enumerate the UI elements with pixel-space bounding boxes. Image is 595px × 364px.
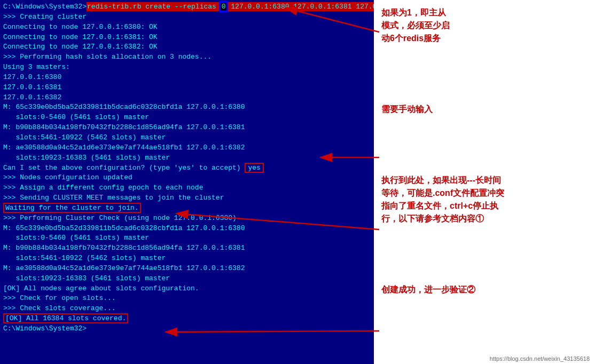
n2s-line: slots:5461-10922 (5462 slots) master	[3, 254, 371, 264]
m2-line: 127.0.0.1:6381	[3, 83, 371, 93]
n1s-line: slots:0-5460 (5461 slots) master	[3, 233, 371, 243]
conn1-line: Connecting to node 127.0.0.1:6380: OK	[3, 22, 371, 33]
n1-line: M: 65c339e0bd5ba52d339811b5dcad6c0328cbf…	[3, 224, 371, 234]
n3s-line: slots:10923-16383 (5461 slots) master	[3, 274, 371, 284]
m3-line: 127.0.0.1:6382	[3, 93, 371, 103]
ann4-text: 创建成功，进一步验证②	[379, 282, 477, 297]
creating-line: >>> Creating cluster	[3, 12, 371, 22]
conn3-line: Connecting to node 127.0.0.1:6382: OK	[3, 42, 371, 52]
sending-line: >>> Sending CLUSTER MEET messages to joi…	[3, 193, 371, 203]
annotation-1: 如果为1，即主从 模式，必须至少启 动6个redis服务	[379, 5, 590, 46]
node1s-line: slots:0-5460 (5461 slots) master	[3, 113, 371, 123]
annotation-3: 执行到此处，如果出现---长时间 等待，可能是.conf文件配置冲突 指向了重名…	[379, 173, 590, 226]
checkcov-line: >>> Check slots coverage...	[3, 304, 371, 314]
node1-line: M: 65c339e0bd5ba52d339811b5dcad6c0328cbf…	[3, 102, 371, 113]
cmd-line: C:\Windows\System32>redis-trib.rb create…	[3, 2, 371, 12]
n2-line: M: b90b884b034a198fb70432fb2288c1d856ad9…	[3, 243, 371, 254]
annotation-2: 需要手动输入	[379, 102, 590, 117]
prompt-line: C:\Windows\System32>	[3, 324, 371, 334]
terminal: C:\Windows\System32>redis-trib.rb create…	[0, 0, 374, 364]
ann2-text: 需要手动输入	[379, 102, 435, 117]
n3-line: M: ae30588d0a94c52a1d6e373e9e7af744ae518…	[3, 264, 371, 274]
waiting-line: Waiting for the cluster to join.	[3, 203, 371, 213]
node3-line: M: ae30588d0a94c52a1d6e373e9e7af744ae518…	[3, 143, 371, 153]
assign-line: >>> Assign a different config epoch to e…	[3, 183, 371, 193]
confirm-line: Can I set the above configuration? (type…	[3, 163, 371, 173]
using-line: Using 3 masters:	[3, 62, 371, 73]
ok1-line: [OK] All nodes agree about slots configu…	[3, 284, 371, 294]
ann3-text: 执行到此处，如果出现---长时间 等待，可能是.conf文件配置冲突 指向了重名…	[379, 173, 506, 226]
node2-line: M: b90b884b034a198fb70432fb2288c1d856ad9…	[3, 123, 371, 133]
nodes-updated-line: >>> Nodes configuration updated	[3, 173, 371, 183]
node3s-line: slots:10923-16383 (5461 slots) master	[3, 153, 371, 163]
check-line: >>> Check for open slots...	[3, 294, 371, 304]
conn2-line: Connecting to node 127.0.0.1:6381: OK	[3, 33, 371, 43]
annotation-panel: 如果为1，即主从 模式，必须至少启 动6个redis服务 需要手动输入 执行到此…	[374, 0, 595, 364]
ok2-line: [OK] All 16384 slots covered.	[3, 314, 371, 324]
m1-line: 127.0.0.1:6380	[3, 73, 371, 83]
performing-line: >>> Performing Cluster Check (using node…	[3, 213, 371, 224]
annotation-4: 创建成功，进一步验证②	[379, 282, 590, 297]
hash-line: >>> Performing hash slots allocation on …	[3, 52, 371, 62]
url-text: https://blog.csdn.net/weixin_43135618	[379, 355, 590, 362]
node2s-line: slots:5461-10922 (5462 slots) master	[3, 133, 371, 143]
ann1-text: 如果为1，即主从 模式，必须至少启 动6个redis服务	[379, 5, 452, 46]
